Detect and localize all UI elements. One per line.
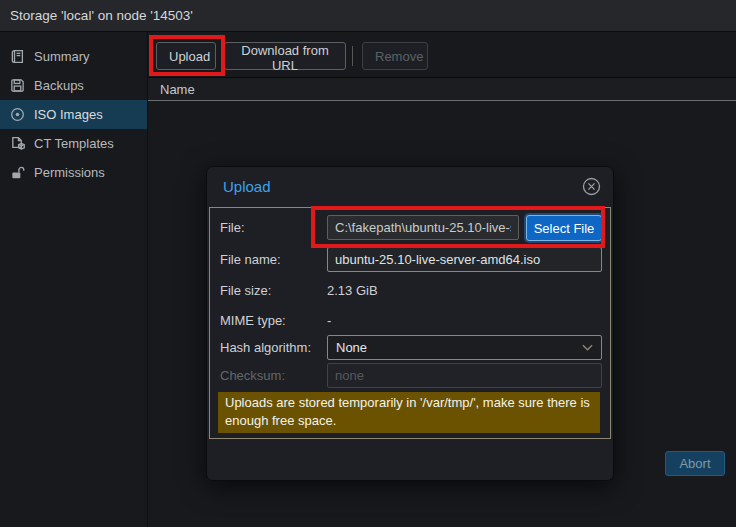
- ct-template-icon: [10, 136, 25, 151]
- unlock-icon: [10, 165, 25, 180]
- hash-algorithm-value: None: [336, 340, 367, 355]
- sidebar-item-permissions[interactable]: Permissions: [0, 158, 147, 187]
- chevron-down-icon: [582, 344, 593, 352]
- hash-algorithm-row: Hash algorithm: None: [210, 335, 610, 360]
- column-header-name[interactable]: Name: [160, 82, 195, 97]
- mime-type-value: -: [327, 308, 331, 333]
- toolbar-separator: [352, 46, 353, 66]
- close-icon[interactable]: [582, 177, 601, 196]
- file-name-row: File name:: [210, 247, 610, 272]
- file-row: File: Select File: [210, 215, 610, 241]
- sidebar-item-summary[interactable]: Summary: [0, 42, 147, 71]
- upload-warning-message: Uploads are stored temporarily in '/var/…: [218, 392, 600, 433]
- book-icon: [10, 49, 25, 64]
- cd-icon: [10, 107, 25, 122]
- table-header-row[interactable]: Name: [148, 77, 736, 101]
- sidebar-item-backups[interactable]: Backups: [0, 71, 147, 100]
- file-size-value: 2.13 GiB: [327, 278, 378, 303]
- file-size-row: File size: 2.13 GiB: [210, 278, 610, 303]
- download-from-url-button[interactable]: Download from URL: [224, 42, 346, 70]
- storage-toolbar: Upload Download from URL Remove: [148, 32, 736, 77]
- upload-button[interactable]: Upload: [156, 42, 216, 70]
- file-name-input[interactable]: [327, 247, 602, 272]
- file-name-label: File name:: [220, 247, 281, 272]
- remove-button[interactable]: Remove: [362, 42, 428, 70]
- upload-dialog: Upload File: Select File File name: File…: [206, 166, 614, 481]
- sidebar-item-label: Backups: [34, 78, 84, 93]
- checksum-row: Checksum:: [210, 363, 610, 388]
- sidebar-item-label: Permissions: [34, 165, 105, 180]
- floppy-icon: [10, 78, 25, 93]
- sidebar-item-label: Summary: [34, 49, 90, 64]
- hash-algorithm-label: Hash algorithm:: [220, 335, 311, 360]
- abort-button[interactable]: Abort: [665, 451, 725, 476]
- sidebar-item-ct-templates[interactable]: CT Templates: [0, 129, 147, 158]
- mime-type-row: MIME type: -: [210, 308, 610, 333]
- sidebar-item-iso-images[interactable]: ISO Images: [0, 100, 147, 129]
- sidebar-item-label: CT Templates: [34, 136, 114, 151]
- sidebar-item-label: ISO Images: [34, 107, 103, 122]
- file-label: File:: [220, 215, 245, 240]
- dialog-title: Upload: [223, 178, 271, 195]
- checksum-label: Checksum:: [220, 363, 285, 388]
- mime-type-label: MIME type:: [220, 308, 286, 333]
- upload-form-panel: File: Select File File name: File size: …: [209, 207, 611, 439]
- window-titlebar: Storage 'local' on node '14503': [0, 0, 736, 32]
- file-path-input[interactable]: [327, 215, 519, 240]
- file-size-label: File size:: [220, 278, 271, 303]
- sidebar: Summary Backups ISO Images CT Templates …: [0, 32, 148, 527]
- select-file-button[interactable]: Select File: [526, 215, 602, 241]
- checksum-input[interactable]: [327, 363, 602, 388]
- page-title: Storage 'local' on node '14503': [10, 8, 193, 23]
- hash-algorithm-select[interactable]: None: [327, 335, 602, 360]
